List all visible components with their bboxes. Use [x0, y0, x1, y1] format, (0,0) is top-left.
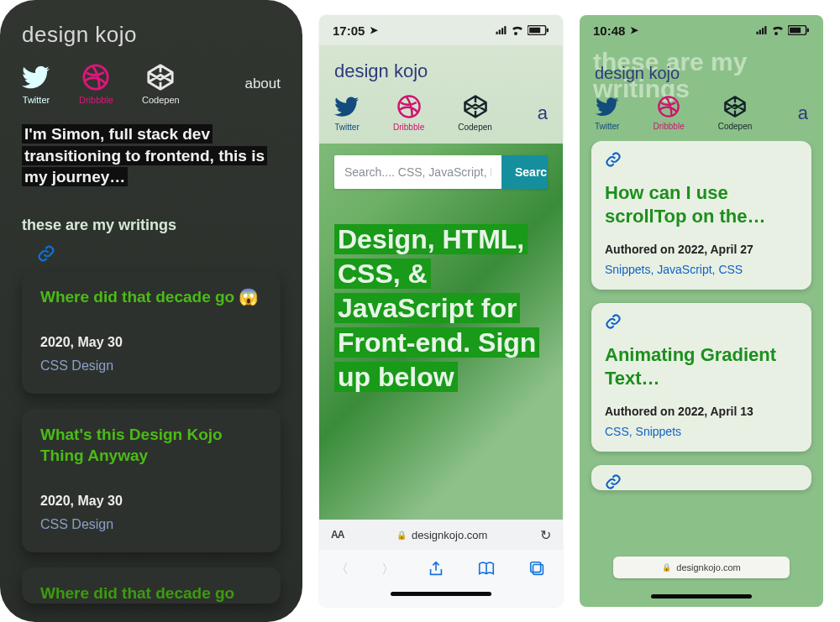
codepen-icon: [723, 95, 747, 118]
article-title: Where did that decade go 😱: [40, 286, 262, 308]
home-indicator: [651, 594, 752, 598]
overflow-letter: a: [538, 102, 548, 124]
article-authored: Authored on 2022, April 13: [605, 405, 798, 418]
light-phone-writings: 10:48 ➤ these are my writings design koj…: [580, 15, 823, 607]
link-icon: [605, 313, 798, 333]
safari-url-bar[interactable]: AA 🔒designkojo.com ↻: [319, 520, 563, 550]
article-title: Where did that decade go: [40, 583, 262, 604]
bookmarks-icon[interactable]: [477, 560, 496, 578]
codepen-link[interactable]: Codepen: [458, 94, 492, 132]
link-icon: [605, 151, 798, 171]
dribbble-icon: [657, 95, 680, 118]
url-domain: designkojo.com: [676, 562, 740, 572]
overflow-letter: a: [798, 102, 808, 124]
codepen-link[interactable]: Codepen: [142, 63, 180, 105]
search-bar: Search: [334, 155, 548, 189]
article-title: What's this Design Kojo Thing Anyway: [40, 424, 262, 467]
status-time: 17:05: [333, 24, 365, 38]
article-date: 2020, May 30: [40, 494, 262, 509]
article-card[interactable]: Where did that decade go 😱 2020, May 30 …: [22, 271, 281, 394]
reload-button[interactable]: ↻: [540, 527, 551, 543]
codepen-link[interactable]: Codepen: [718, 95, 753, 131]
signal-icon: [756, 25, 768, 35]
twitter-link[interactable]: Twitter: [334, 94, 360, 132]
article-card[interactable]: [591, 465, 811, 490]
twitter-icon: [596, 95, 619, 118]
link-icon: [605, 473, 798, 494]
light-phone-home: 17:05 ➤ design kojo Twitter: [319, 15, 563, 607]
article-tags: CSS Design: [40, 517, 262, 532]
tabs-icon[interactable]: [528, 560, 547, 578]
dribbble-label: Dribbble: [79, 95, 113, 105]
text-size-button[interactable]: AA: [331, 529, 344, 541]
writings-heading: these are my writings: [22, 217, 281, 234]
hero-text: Design, HTML, CSS, & JavaScript for Fron…: [334, 222, 548, 395]
article-card[interactable]: How can I use scrollTop on the… Authored…: [591, 141, 811, 290]
dark-phone-mockup: design kojo Twitter Dribbble Codepen abo…: [0, 0, 302, 622]
codepen-icon: [463, 94, 488, 119]
dribbble-link[interactable]: Dribbble: [393, 94, 424, 132]
twitter-link[interactable]: Twitter: [22, 63, 50, 105]
article-title: Animating Gradient Text…: [605, 343, 798, 389]
share-icon[interactable]: [427, 560, 445, 578]
dribbble-icon: [81, 63, 110, 91]
brand-title: design kojo: [22, 22, 281, 48]
lock-icon: 🔒: [396, 531, 407, 540]
brand-title: design kojo: [334, 60, 548, 82]
dribbble-icon: [396, 94, 422, 119]
back-button[interactable]: 〈: [335, 561, 349, 578]
article-tags: CSS Design: [40, 358, 262, 374]
codepen-label: Codepen: [142, 95, 180, 105]
location-icon: ➤: [370, 24, 378, 36]
intro-text: I'm Simon, full stack dev transitioning …: [22, 123, 281, 188]
status-time: 10:48: [593, 24, 625, 38]
article-tags: Snippets, JavaScript, CSS: [605, 263, 798, 276]
safari-url-bar[interactable]: 🔒 designkojo.com: [613, 557, 790, 578]
twitter-icon: [22, 63, 50, 91]
article-card[interactable]: Where did that decade go: [22, 567, 281, 604]
dribbble-link[interactable]: Dribbble: [79, 63, 113, 105]
article-tags: CSS, Snippets: [605, 425, 798, 438]
codepen-icon: [146, 63, 175, 91]
article-authored: Authored on 2022, April 27: [605, 243, 798, 256]
signal-icon: [496, 25, 507, 35]
twitter-icon: [334, 94, 360, 119]
home-indicator: [319, 588, 563, 607]
wifi-icon: [771, 25, 785, 35]
article-card[interactable]: What's this Design Kojo Thing Anyway 202…: [22, 409, 281, 552]
about-link[interactable]: about: [244, 76, 281, 92]
url-domain: designkojo.com: [412, 529, 487, 541]
wifi-icon: [511, 25, 524, 35]
brand-title: design kojo: [595, 64, 808, 83]
article-date: 2020, May 30: [40, 335, 262, 350]
safari-toolbar: 〈 〉: [319, 550, 563, 588]
battery-icon: [788, 25, 810, 35]
forward-button[interactable]: 〉: [381, 561, 395, 578]
twitter-link[interactable]: Twitter: [595, 95, 619, 131]
article-title: How can I use scrollTop on the…: [605, 181, 798, 227]
twitter-label: Twitter: [23, 95, 50, 105]
status-bar: 10:48 ➤: [580, 15, 823, 45]
location-icon: ➤: [630, 24, 638, 36]
link-icon: [37, 244, 281, 266]
article-card[interactable]: Animating Gradient Text… Authored on 202…: [591, 303, 811, 452]
battery-icon: [528, 25, 549, 35]
dribbble-link[interactable]: Dribbble: [653, 95, 684, 131]
search-input[interactable]: [334, 155, 501, 189]
status-bar: 17:05 ➤: [319, 15, 563, 45]
search-button[interactable]: Search: [501, 155, 548, 189]
lock-icon: 🔒: [662, 563, 671, 572]
